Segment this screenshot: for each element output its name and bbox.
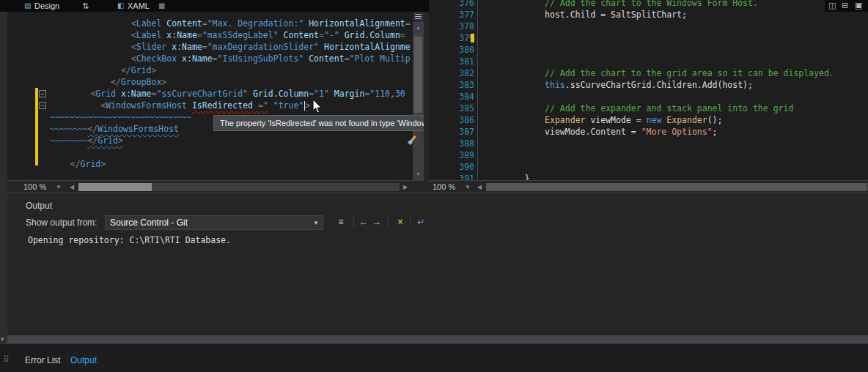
scroll-down-icon[interactable]: ▼ bbox=[413, 169, 424, 179]
fold-collapse-icon[interactable]: − bbox=[39, 90, 46, 97]
unsaved-change-marker bbox=[471, 34, 474, 42]
strip-scroll-icon[interactable]: ▾ bbox=[1, 335, 4, 343]
word-wrap-icon[interactable]: ↵ bbox=[414, 215, 427, 228]
swap-panes-icon[interactable]: ⇅ bbox=[82, 1, 89, 11]
toolbar-separator bbox=[410, 217, 411, 227]
document-outline-icon[interactable]: ▦ bbox=[158, 1, 165, 11]
tab-design[interactable]: Design bbox=[34, 1, 59, 11]
next-message-icon[interactable]: → bbox=[370, 215, 383, 228]
scrollbar-thumb[interactable] bbox=[414, 37, 422, 113]
csharp-code[interactable]: // Add the chart to the Windows Form Hos… bbox=[484, 0, 868, 180]
designer-tab-bar: ▤ Design ⇅ ◧ XAML ▦ bbox=[0, 0, 429, 12]
clear-all-icon[interactable]: × bbox=[394, 215, 407, 228]
scroll-left-icon[interactable]: ◀ bbox=[477, 182, 482, 192]
xaml-code[interactable]: <Label Content="Max. Degradation:" Horiz… bbox=[50, 18, 424, 170]
csharp-editor-pane[interactable]: 3763773783793803813823833843853863873883… bbox=[429, 0, 868, 180]
csharp-zoom-bar: 100 % ▼ ◀ bbox=[429, 180, 868, 193]
xaml-tab-icon: ◧ bbox=[117, 1, 124, 11]
unsaved-change-bar bbox=[35, 88, 38, 165]
zoom-dropdown-icon[interactable]: ▼ bbox=[56, 182, 62, 192]
pane-controls-strip: ◫ ⊟ ▣ bbox=[825, 0, 868, 12]
zoom-dropdown-icon[interactable]: ▼ bbox=[465, 182, 471, 192]
xaml-zoom-level[interactable]: 100 % bbox=[23, 182, 46, 192]
visual-studio-window: ▤ Design ⇅ ◧ XAML ▦ ◫ ⊟ ▣ − − <Label Con… bbox=[0, 0, 868, 372]
tool-window-tab-bar: ⠿ Error List Output bbox=[0, 344, 868, 372]
xaml-zoom-bar: 100 % ▼ ◀ ▶ bbox=[7, 180, 424, 193]
vertical-split-icon[interactable]: ◫ bbox=[828, 1, 836, 10]
output-panel: Output Show output from: Source Control … bbox=[7, 193, 868, 335]
show-output-from-label: Show output from: bbox=[26, 217, 97, 228]
tab-output[interactable]: Output bbox=[63, 351, 104, 369]
find-message-icon[interactable]: ≡ bbox=[334, 215, 347, 228]
csharp-zoom-level[interactable]: 100 % bbox=[433, 182, 455, 192]
combo-dropdown-icon: ▼ bbox=[313, 217, 319, 230]
editor-split-handle[interactable] bbox=[413, 12, 424, 22]
output-source-select[interactable]: Source Control - Git ▼ bbox=[105, 215, 323, 230]
error-tooltip: The property 'IsRedirected' was not foun… bbox=[213, 115, 424, 131]
output-toolbar: Show output from: Source Control - Git ▼… bbox=[7, 214, 868, 233]
mouse-cursor bbox=[312, 100, 323, 114]
quick-actions-icon[interactable] bbox=[408, 135, 418, 145]
tab-xaml[interactable]: XAML bbox=[128, 1, 150, 11]
csharp-hscroll-thumb[interactable] bbox=[486, 183, 867, 191]
pane-divider[interactable] bbox=[424, 12, 429, 180]
design-tab-icon: ▤ bbox=[24, 1, 31, 11]
toolbar-separator bbox=[353, 217, 354, 227]
fold-collapse-icon[interactable]: − bbox=[39, 102, 46, 109]
output-log-line: Opening repository: C:\RTI\RTI Database. bbox=[28, 235, 231, 245]
scroll-up-icon[interactable]: ▲ bbox=[413, 23, 424, 33]
scroll-left-icon[interactable]: ◀ bbox=[70, 182, 74, 192]
xaml-editor-pane[interactable]: − − <Label Content="Max. Degradation:" H… bbox=[7, 12, 424, 180]
line-number-gutter: 3763773783793803813823833843853863873883… bbox=[444, 0, 474, 180]
previous-message-icon[interactable]: ← bbox=[357, 215, 370, 228]
horizontal-split-icon[interactable]: ⊟ bbox=[842, 1, 848, 10]
collapse-pane-icon[interactable]: ▣ bbox=[855, 1, 862, 10]
bottom-scrollbar[interactable] bbox=[7, 335, 868, 344]
bottom-scrollbar-thumb[interactable] bbox=[7, 335, 868, 343]
toolbar-separator bbox=[388, 217, 389, 227]
panel-grip-icon: ⠿ bbox=[3, 354, 10, 365]
scroll-right-icon[interactable]: ▶ bbox=[403, 182, 408, 192]
xaml-vertical-scrollbar[interactable]: ▲ ▼ bbox=[413, 12, 424, 180]
left-edge-strip bbox=[0, 12, 7, 344]
output-source-value: Source Control - Git bbox=[110, 217, 188, 228]
gutter-separator bbox=[477, 0, 478, 180]
tab-error-list[interactable]: Error List bbox=[18, 351, 68, 369]
output-panel-title: Output bbox=[26, 201, 52, 211]
xaml-hscroll-thumb[interactable] bbox=[78, 183, 152, 191]
